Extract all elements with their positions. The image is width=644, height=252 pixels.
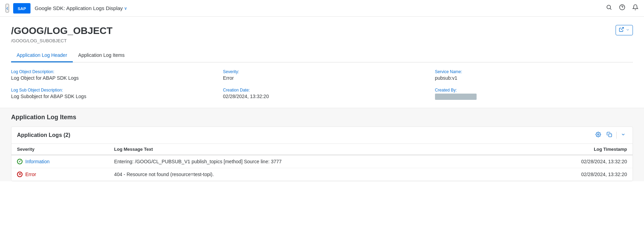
- row1-timestamp: 02/28/2024, 13:32:20: [506, 168, 633, 181]
- page-header: /GOOG/LOG_OBJECT /GOOG/LOG_SUBOBJECT: [11, 25, 633, 43]
- row1-message: 404 - Resource not found (resource=test-…: [108, 168, 506, 181]
- copy-button[interactable]: [605, 131, 613, 139]
- export-button[interactable]: [616, 25, 633, 35]
- table-card-title: Application Logs (2): [17, 132, 70, 138]
- table-card: Application Logs (2): [11, 127, 633, 181]
- expand-button[interactable]: [619, 131, 627, 139]
- log-object-desc-label: Log Object Description:: [11, 69, 209, 74]
- search-button[interactable]: [606, 4, 612, 12]
- log-object-desc-value: Log Object for ABAP SDK Logs: [11, 75, 209, 81]
- severity-value: Error: [223, 75, 421, 81]
- svg-text:SAP: SAP: [18, 6, 26, 10]
- help-button[interactable]: [619, 4, 625, 12]
- table-row: ✕ Error 404 - Resource not found (resour…: [11, 168, 633, 181]
- table-header-row: Severity Log Message Text Log Timestamp: [11, 144, 633, 155]
- detail-field-log-subobject-desc: Log Sub Object Description: Log Subobjec…: [11, 88, 209, 101]
- detail-field-service-name: Service Name: pubsub:v1: [435, 69, 633, 81]
- created-by-label: Created By:: [435, 88, 633, 93]
- page-title-block: /GOOG/LOG_OBJECT /GOOG/LOG_SUBOBJECT: [11, 25, 112, 43]
- creation-date-label: Creation Date:: [223, 88, 421, 93]
- creation-date-value: 02/28/2024, 13:32:20: [223, 94, 421, 99]
- service-name-value: pubsub:v1: [435, 75, 633, 81]
- svg-line-3: [610, 8, 611, 9]
- created-by-value: [435, 94, 633, 101]
- info-icon: ✓: [17, 159, 23, 164]
- row0-severity: ✓ Information: [11, 155, 108, 168]
- tabs: Application Log Header Application Log I…: [11, 49, 633, 62]
- row0-severity-label: Information: [25, 159, 50, 164]
- row0-timestamp: 02/28/2024, 13:32:20: [506, 155, 633, 168]
- page-content: /GOOG/LOG_OBJECT /GOOG/LOG_SUBOBJECT App…: [0, 17, 644, 62]
- svg-rect-8: [609, 134, 612, 137]
- tab-application-log-items[interactable]: Application Log Items: [73, 49, 130, 62]
- nav-title: Google SDK: Application Logs Display ∨: [35, 5, 127, 11]
- back-button[interactable]: ‹: [6, 4, 9, 12]
- created-by-redacted: [435, 94, 477, 100]
- tab-application-log-header[interactable]: Application Log Header: [11, 49, 73, 62]
- detail-grid: Log Object Description: Log Object for A…: [11, 69, 633, 101]
- severity-label: Severity:: [223, 69, 421, 74]
- error-icon: ✕: [17, 172, 23, 177]
- table-row: ✓ Information Entering: /GOOG/CL_PUBSUB_…: [11, 155, 633, 168]
- row1-severity: ✕ Error: [11, 168, 108, 181]
- export-caret-icon: [626, 28, 630, 33]
- detail-section: Log Object Description: Log Object for A…: [0, 62, 644, 108]
- col-timestamp: Log Timestamp: [506, 144, 633, 155]
- detail-field-log-object-desc: Log Object Description: Log Object for A…: [11, 69, 209, 81]
- svg-point-7: [598, 134, 599, 135]
- nav-dropdown-icon[interactable]: ∨: [124, 6, 127, 11]
- detail-field-created-by: Created By:: [435, 88, 633, 101]
- detail-field-creation-date: Creation Date: 02/28/2024, 13:32:20: [223, 88, 421, 101]
- detail-field-severity: Severity: Error: [223, 69, 421, 81]
- divider: [616, 132, 617, 139]
- top-nav: ‹ SAP Google SDK: Application Logs Displ…: [0, 0, 644, 17]
- svg-line-6: [621, 27, 624, 30]
- nav-icons: [606, 4, 638, 12]
- svg-point-2: [607, 5, 611, 9]
- col-severity: Severity: [11, 144, 108, 155]
- log-items-section: Application Log Items Application Logs (…: [0, 108, 644, 181]
- log-items-section-title: Application Log Items: [11, 114, 633, 121]
- log-subobject-desc-value: Log Subobject for ABAP SDK Logs: [11, 94, 209, 99]
- log-table: Severity Log Message Text Log Timestamp …: [11, 144, 633, 181]
- row1-severity-label: Error: [25, 172, 36, 177]
- page-main-title: /GOOG/LOG_OBJECT: [11, 25, 112, 37]
- row0-message: Entering: /GOOG/CL_PUBSUB_V1 publish_top…: [108, 155, 506, 168]
- settings-button[interactable]: [594, 131, 602, 139]
- col-message: Log Message Text: [108, 144, 506, 155]
- export-icon: [619, 27, 624, 34]
- log-subobject-desc-label: Log Sub Object Description:: [11, 88, 209, 93]
- page-subtitle: /GOOG/LOG_SUBOBJECT: [11, 38, 112, 43]
- notification-button[interactable]: [632, 4, 638, 12]
- table-card-header: Application Logs (2): [11, 127, 633, 144]
- service-name-label: Service Name:: [435, 69, 633, 74]
- sap-logo: SAP: [13, 3, 31, 14]
- table-card-actions: [594, 131, 627, 139]
